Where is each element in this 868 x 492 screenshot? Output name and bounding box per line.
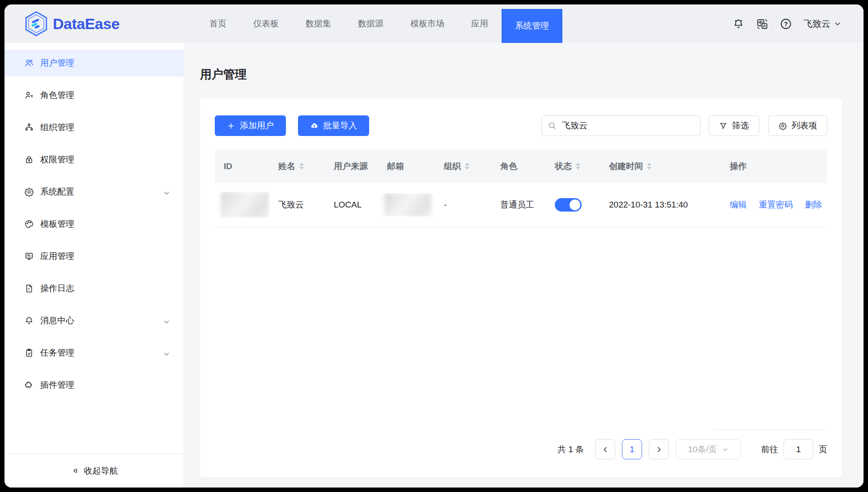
column-header-role: 角色 [491,161,546,172]
user-source-cell: LOCAL [334,200,362,210]
delete-link[interactable]: 删除 [805,199,822,211]
nav-item-application[interactable]: 应用 [458,4,502,43]
next-page-button[interactable] [649,439,669,459]
top-navigation: 首页 仪表板 数据集 数据源 模板市场 应用 系统管理 [196,4,562,43]
sort-carets[interactable] [465,163,469,170]
table-row: 飞致云 LOCAL - 普通员工 2022-10-31 13:51:40 编辑 [215,183,827,227]
chevron-down-icon [163,189,170,195]
chevron-down-icon [834,20,841,27]
palette-icon [24,219,34,229]
main-content: 用户管理 添加用户 批量导入 [183,43,864,488]
monitor-icon [24,251,34,261]
sidebar-item-label: 应用管理 [40,250,74,262]
org-icon [24,123,34,132]
toolbar-right: 筛选 列表项 [541,115,827,136]
nav-item-system-management[interactable]: 系统管理 [502,9,562,43]
sidebar-item-organization-management[interactable]: 组织管理 [4,114,183,141]
sidebar-item-label: 权限管理 [40,154,74,165]
nav-item-dataset[interactable]: 数据集 [292,4,345,43]
goto-label: 前往 [761,444,778,455]
chevron-left-icon [602,446,609,453]
reset-password-link[interactable]: 重置密码 [759,199,793,211]
column-header-status: 状态 [546,161,600,172]
sidebar-item-label: 组织管理 [40,122,74,133]
pagination-total: 共 1 条 [557,444,584,455]
sidebar-item-system-config[interactable]: 系统配置 [4,178,183,205]
sidebar-item-permission-management[interactable]: 权限管理 [4,146,183,173]
page-size-select[interactable]: 10条/页 [676,439,741,459]
sidebar-item-app-management[interactable]: 应用管理 [4,243,183,270]
sidebar-item-label: 系统配置 [40,186,74,198]
user-role-cell: 普通员工 [500,199,534,211]
users-icon [24,58,34,68]
gear-icon [24,187,34,197]
column-header-source: 用户来源 [325,161,378,172]
goto-page-input[interactable] [783,439,813,459]
sort-carets[interactable] [647,163,651,170]
sort-carets[interactable] [299,163,304,170]
role-icon [24,90,34,100]
svg-text:?: ? [784,20,788,27]
user-menu[interactable]: 飞致云 [804,18,841,30]
chevron-down-icon [163,318,170,324]
sidebar-item-template-management[interactable]: 模板管理 [4,211,183,238]
page-unit-label: 页 [819,444,827,455]
user-org-cell: - [444,200,447,210]
notification-bell-icon[interactable] [732,18,745,30]
plus-icon [227,122,235,130]
sidebar-item-label: 插件管理 [40,379,74,391]
sidebar: 用户管理 角色管理 组织管理 [4,43,183,488]
nav-item-template-market[interactable]: 模板市场 [397,4,458,43]
collapse-navigation-label: 收起导航 [84,465,118,477]
user-management-card: 添加用户 批量导入 [200,99,842,477]
filter-button[interactable]: 筛选 [709,115,759,136]
search-input[interactable] [541,115,701,136]
dataease-logo[interactable]: DataEase [4,4,183,43]
search-box [541,115,701,136]
brand-name: DataEase [53,15,119,33]
page-number-button[interactable]: 1 [622,439,642,459]
sidebar-item-label: 操作日志 [40,283,74,294]
page-title: 用户管理 [200,67,842,82]
puzzle-icon [24,380,34,390]
bell-icon [24,316,34,326]
row-actions: 编辑 重置密码 删除 [730,199,822,211]
column-header-email: 邮箱 [378,161,435,172]
column-settings-button[interactable]: 列表项 [768,115,827,136]
nav-item-dashboard[interactable]: 仪表板 [240,4,292,43]
created-time-cell: 2022-10-31 13:51:40 [609,200,688,210]
nav-item-home[interactable]: 首页 [196,4,240,43]
edit-link[interactable]: 编辑 [730,199,747,211]
sidebar-item-message-center[interactable]: 消息中心 [4,307,183,334]
table-header-row: ID 姓名 用户来源 邮箱 组织 角色 状态 创建时间 操作 [215,149,827,183]
batch-import-button[interactable]: 批量导入 [298,115,369,136]
document-icon [24,284,34,293]
sort-carets[interactable] [576,163,580,170]
add-user-button[interactable]: 添加用户 [215,115,286,136]
collapse-left-icon [70,466,80,475]
collapse-navigation-button[interactable]: 收起导航 [4,454,183,488]
hexagon-logo-icon [23,11,49,37]
toolbar: 添加用户 批量导入 [215,115,827,136]
previous-page-button[interactable] [595,439,615,459]
nav-item-datasource[interactable]: 数据源 [345,4,397,43]
header-right: 中 A ? 飞致云 [732,4,864,43]
redacted-email [384,193,432,216]
funnel-icon [719,122,728,130]
sidebar-item-label: 用户管理 [40,57,74,69]
help-icon[interactable]: ? [780,18,792,30]
redacted-id [221,192,269,218]
sidebar-item-user-management[interactable]: 用户管理 [4,50,183,76]
chevron-down-icon [722,446,728,453]
sidebar-item-plugin-management[interactable]: 插件管理 [4,372,183,399]
sidebar-item-label: 任务管理 [40,347,74,359]
clipboard-check-icon [24,348,34,358]
sidebar-item-operation-log[interactable]: 操作日志 [4,275,183,302]
status-toggle[interactable] [555,198,582,212]
language-translate-icon[interactable]: 中 A [756,18,768,30]
users-table: ID 姓名 用户来源 邮箱 组织 角色 状态 创建时间 操作 飞致云 LOCAL [215,149,827,227]
sidebar-item-label: 消息中心 [40,315,74,327]
sidebar-item-label: 模板管理 [40,218,74,230]
sidebar-item-task-management[interactable]: 任务管理 [4,339,183,366]
sidebar-item-role-management[interactable]: 角色管理 [4,82,183,109]
